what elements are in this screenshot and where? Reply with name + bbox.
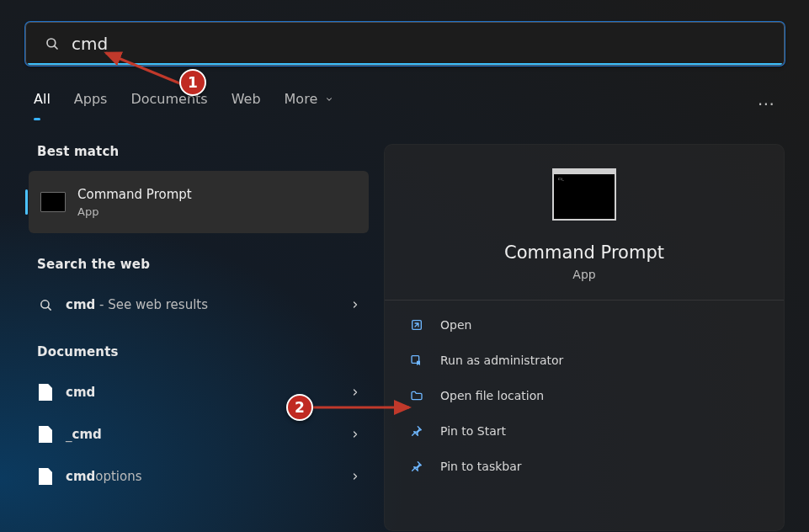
open-icon [408,318,425,332]
svg-line-7 [412,468,415,471]
tab-more[interactable]: More [285,91,334,115]
tab-apps[interactable]: Apps [74,91,108,115]
svg-line-3 [47,306,50,309]
file-icon [37,384,54,401]
tab-web[interactable]: Web [232,91,261,115]
action-label: Run as administrator [440,354,563,367]
search-input[interactable] [72,23,784,65]
action-open[interactable]: Open [402,307,767,343]
chevron-right-icon [350,469,360,485]
file-icon [37,468,54,485]
document-label: cmd [66,385,350,400]
document-label: _cmd [66,427,350,442]
pin-icon [408,460,425,473]
command-prompt-icon [40,192,66,212]
svg-line-6 [412,433,415,435]
tab-more-label: More [285,91,318,107]
command-prompt-large-icon: C:\_ [552,168,616,221]
chevron-right-icon [350,297,360,313]
web-result-label: cmd - See web results [66,297,350,312]
best-match-result[interactable]: Command Prompt App [29,171,369,233]
overflow-menu-button[interactable]: ⋯ [758,93,776,114]
action-label: Pin to Start [440,424,506,438]
action-label: Open file location [440,389,544,402]
document-item[interactable]: cmd [25,371,370,413]
search-icon [37,298,54,312]
document-item[interactable]: cmdoptions [25,455,370,497]
file-icon [37,426,54,443]
pin-icon [408,424,425,438]
app-title: Command Prompt [504,242,664,263]
web-result-item[interactable]: cmd - See web results [25,284,370,326]
search-web-heading: Search the web [37,257,370,272]
action-label: Pin to taskbar [440,460,522,473]
chevron-right-icon [350,385,360,401]
app-details-panel: C:\_ Command Prompt App Open Run as admi… [384,144,785,531]
divider [385,300,784,301]
svg-line-1 [54,45,57,49]
action-label: Open [440,318,471,332]
action-pin-to-taskbar[interactable]: Pin to taskbar [402,449,767,484]
action-pin-to-start[interactable]: Pin to Start [402,413,767,449]
chevron-down-icon [325,91,333,107]
action-run-as-admin[interactable]: Run as administrator [402,343,767,378]
app-subtitle: App [572,268,595,281]
documents-heading: Documents [37,344,370,359]
filter-tabs: All Apps Documents Web More [34,91,333,115]
tab-documents[interactable]: Documents [130,91,207,115]
best-match-heading: Best match [37,144,370,159]
best-match-title: Command Prompt [77,187,192,202]
admin-icon [408,354,425,367]
chevron-right-icon [350,427,360,443]
document-item[interactable]: _cmd [25,413,370,455]
document-label: cmdoptions [66,469,350,484]
best-match-subtitle: App [77,205,192,218]
search-box[interactable] [25,22,785,66]
annotation-badge-label: 1 [188,74,198,91]
folder-icon [408,389,425,402]
search-icon [45,36,60,51]
action-open-file-location[interactable]: Open file location [402,378,767,413]
tab-all[interactable]: All [34,91,51,115]
